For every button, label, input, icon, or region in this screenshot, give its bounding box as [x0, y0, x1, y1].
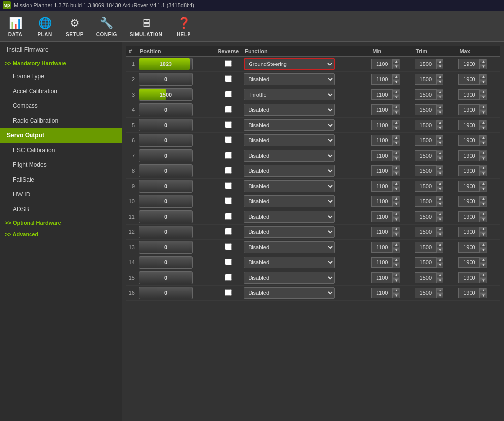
- min-input[interactable]: [371, 227, 393, 237]
- reverse-checkbox[interactable]: [225, 75, 232, 82]
- max-decrement-button[interactable]: ▼: [480, 217, 487, 222]
- min-increment-button[interactable]: ▲: [393, 165, 400, 171]
- trim-input[interactable]: [415, 150, 437, 161]
- trim-input[interactable]: [415, 165, 437, 176]
- trim-input[interactable]: [415, 104, 437, 115]
- max-decrement-button[interactable]: ▼: [480, 95, 487, 100]
- trim-input[interactable]: [415, 135, 437, 146]
- max-increment-button[interactable]: ▲: [480, 257, 487, 262]
- sidebar-item-flight-modes[interactable]: Flight Modes: [0, 158, 122, 172]
- function-dropdown[interactable]: Disabled: [244, 73, 335, 85]
- min-input[interactable]: [371, 150, 393, 161]
- trim-input[interactable]: [415, 120, 437, 130]
- reverse-checkbox[interactable]: [225, 182, 232, 189]
- max-input[interactable]: [458, 74, 480, 85]
- trim-increment-button[interactable]: ▲: [437, 288, 443, 293]
- trim-decrement-button[interactable]: ▼: [437, 171, 443, 176]
- min-decrement-button[interactable]: ▼: [393, 232, 400, 237]
- max-increment-button[interactable]: ▲: [480, 150, 487, 156]
- min-input[interactable]: [371, 74, 393, 85]
- min-input[interactable]: [371, 257, 393, 268]
- trim-input[interactable]: [415, 288, 437, 298]
- min-decrement-button[interactable]: ▼: [393, 125, 400, 130]
- max-input[interactable]: [458, 150, 480, 161]
- max-increment-button[interactable]: ▲: [480, 242, 487, 247]
- min-decrement-button[interactable]: ▼: [393, 171, 400, 176]
- function-dropdown[interactable]: Disabled: [244, 287, 335, 299]
- max-increment-button[interactable]: ▲: [480, 120, 487, 125]
- reverse-checkbox[interactable]: [225, 106, 232, 113]
- reverse-checkbox[interactable]: [225, 259, 232, 265]
- function-dropdown[interactable]: Disabled: [244, 180, 335, 192]
- max-increment-button[interactable]: ▲: [480, 89, 487, 95]
- max-increment-button[interactable]: ▲: [480, 272, 487, 278]
- sidebar-item-hw-id[interactable]: HW ID: [0, 187, 122, 202]
- max-input[interactable]: [458, 196, 480, 207]
- max-decrement-button[interactable]: ▼: [480, 232, 487, 237]
- trim-decrement-button[interactable]: ▼: [437, 64, 443, 69]
- trim-increment-button[interactable]: ▲: [437, 272, 443, 278]
- trim-input[interactable]: [415, 74, 437, 85]
- max-decrement-button[interactable]: ▼: [480, 125, 487, 130]
- trim-input[interactable]: [415, 257, 437, 268]
- max-input[interactable]: [458, 288, 480, 298]
- toolbar-item-config[interactable]: 🔧 CONFIG: [93, 13, 121, 39]
- trim-increment-button[interactable]: ▲: [437, 211, 443, 217]
- trim-increment-button[interactable]: ▲: [437, 227, 443, 232]
- max-increment-button[interactable]: ▲: [480, 74, 487, 79]
- trim-increment-button[interactable]: ▲: [437, 257, 443, 262]
- function-dropdown[interactable]: Disabled: [244, 119, 335, 131]
- trim-decrement-button[interactable]: ▼: [437, 201, 443, 207]
- trim-decrement-button[interactable]: ▼: [437, 186, 443, 192]
- reverse-checkbox[interactable]: [225, 152, 232, 159]
- min-increment-button[interactable]: ▲: [393, 120, 400, 125]
- trim-increment-button[interactable]: ▲: [437, 196, 443, 201]
- min-decrement-button[interactable]: ▼: [393, 156, 400, 161]
- min-input[interactable]: [371, 165, 393, 176]
- max-decrement-button[interactable]: ▼: [480, 293, 487, 298]
- max-decrement-button[interactable]: ▼: [480, 156, 487, 161]
- min-input[interactable]: [371, 104, 393, 115]
- min-increment-button[interactable]: ▲: [393, 227, 400, 232]
- min-increment-button[interactable]: ▲: [393, 196, 400, 201]
- max-input[interactable]: [458, 120, 480, 130]
- toolbar-item-simulation[interactable]: 🖥 SIMULATION: [126, 13, 166, 39]
- function-dropdown[interactable]: Throttle: [244, 89, 335, 100]
- trim-decrement-button[interactable]: ▼: [437, 262, 443, 268]
- max-increment-button[interactable]: ▲: [480, 165, 487, 171]
- function-dropdown[interactable]: Disabled: [244, 134, 335, 146]
- function-dropdown[interactable]: GroundSteering: [244, 58, 335, 70]
- max-decrement-button[interactable]: ▼: [480, 201, 487, 207]
- sidebar-item-frame-type[interactable]: Frame Type: [0, 69, 122, 84]
- function-dropdown[interactable]: Disabled: [244, 272, 335, 284]
- max-input[interactable]: [458, 227, 480, 237]
- trim-decrement-button[interactable]: ▼: [437, 125, 443, 130]
- trim-input[interactable]: [415, 242, 437, 253]
- trim-increment-button[interactable]: ▲: [437, 150, 443, 156]
- min-increment-button[interactable]: ▲: [393, 135, 400, 140]
- trim-decrement-button[interactable]: ▼: [437, 140, 443, 146]
- trim-decrement-button[interactable]: ▼: [437, 95, 443, 100]
- toolbar-item-plan[interactable]: 🌐 PLAN: [32, 13, 57, 39]
- trim-decrement-button[interactable]: ▼: [437, 156, 443, 161]
- sidebar-item-esc-calibration[interactable]: ESC Calibration: [0, 143, 122, 158]
- min-increment-button[interactable]: ▲: [393, 242, 400, 247]
- min-increment-button[interactable]: ▲: [393, 288, 400, 293]
- min-decrement-button[interactable]: ▼: [393, 95, 400, 100]
- trim-input[interactable]: [415, 211, 437, 222]
- reverse-checkbox[interactable]: [225, 243, 232, 250]
- max-decrement-button[interactable]: ▼: [480, 140, 487, 146]
- max-input[interactable]: [458, 135, 480, 146]
- trim-decrement-button[interactable]: ▼: [437, 79, 443, 85]
- max-increment-button[interactable]: ▲: [480, 104, 487, 110]
- trim-decrement-button[interactable]: ▼: [437, 217, 443, 222]
- function-dropdown[interactable]: Disabled: [244, 165, 335, 177]
- reverse-checkbox[interactable]: [225, 167, 232, 174]
- trim-decrement-button[interactable]: ▼: [437, 110, 443, 115]
- trim-input[interactable]: [415, 196, 437, 207]
- sidebar-item-radio-calibration[interactable]: Radio Calibration: [0, 113, 122, 128]
- reverse-checkbox[interactable]: [225, 197, 232, 204]
- sidebar-item-compass[interactable]: Compass: [0, 98, 122, 113]
- min-decrement-button[interactable]: ▼: [393, 262, 400, 268]
- max-decrement-button[interactable]: ▼: [480, 79, 487, 85]
